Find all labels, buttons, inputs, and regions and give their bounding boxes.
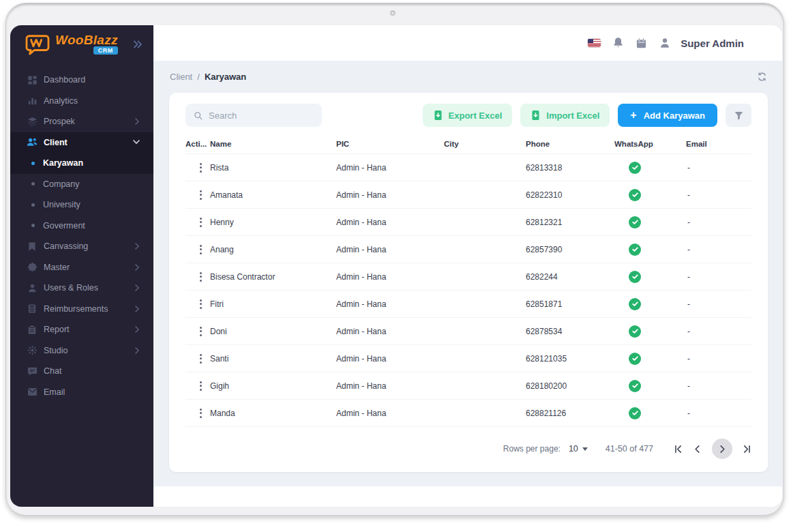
row-actions-cell <box>185 351 210 366</box>
row-phone: 6282244 <box>526 272 614 282</box>
first-page-icon[interactable] <box>674 445 683 454</box>
column-header-acti: Acti... <box>185 140 210 148</box>
row-phone: 62813318 <box>526 163 614 173</box>
row-email: - <box>686 190 751 200</box>
row-email: - <box>686 245 751 254</box>
chevron-right-icon <box>135 118 140 125</box>
sidebar-item-master[interactable]: Master <box>10 257 153 278</box>
whatsapp-check-icon <box>629 162 641 174</box>
row-email: - <box>686 327 751 336</box>
sidebar-item-studio[interactable]: Studio <box>10 340 153 361</box>
row-pic: Admin - Hana <box>336 163 444 173</box>
chevron-right-icon <box>135 243 140 250</box>
language-flag-icon[interactable] <box>588 39 601 47</box>
logo[interactable]: WooBlazz CRM <box>10 25 153 63</box>
table-body: RistaAdmin - Hana62813318-AmanataAdmin -… <box>185 154 751 427</box>
row-actions-cell <box>185 215 210 230</box>
row-menu-icon[interactable] <box>197 242 205 257</box>
user-avatar-icon[interactable] <box>659 37 671 49</box>
row-name: Amanata <box>210 190 336 200</box>
column-header-name: Name <box>210 140 336 148</box>
sidebar-item-canvassing[interactable]: Canvassing <box>10 236 153 257</box>
chevrons-right-icon[interactable] <box>133 40 143 48</box>
row-phone: 62857390 <box>526 245 614 254</box>
last-page-icon[interactable] <box>743 445 751 454</box>
bell-icon[interactable] <box>612 37 624 49</box>
table-row: GigihAdmin - Hana628180200- <box>185 372 751 400</box>
sidebar-item-report[interactable]: Report <box>10 319 153 340</box>
whatsapp-check-icon <box>629 298 641 310</box>
row-menu-icon[interactable] <box>197 379 205 394</box>
sidebar-subitem-karyawan[interactable]: Karyawan <box>10 153 153 174</box>
calculator-icon <box>27 304 38 314</box>
row-phone: 628121035 <box>526 354 614 364</box>
row-menu-icon[interactable] <box>197 269 205 284</box>
import-excel-button[interactable]: Import Excel <box>520 104 610 127</box>
row-name: Santi <box>210 354 336 364</box>
filter-button[interactable] <box>726 104 751 127</box>
row-menu-icon[interactable] <box>197 351 205 366</box>
plus-icon: + <box>630 109 636 121</box>
sidebar-subitem-company[interactable]: Company <box>10 174 153 195</box>
whatsapp-check-icon <box>629 380 641 392</box>
whatsapp-check-icon <box>629 243 641 256</box>
table-row: FitriAdmin - Hana62851871- <box>185 291 751 318</box>
row-menu-icon[interactable] <box>197 324 205 339</box>
sidebar-item-reimbursements[interactable]: Reimbursements <box>10 299 153 320</box>
row-name: Anang <box>210 245 336 254</box>
row-menu-icon[interactable] <box>197 160 205 175</box>
search-input[interactable] <box>209 110 314 121</box>
next-page-icon[interactable] <box>712 439 732 459</box>
sidebar-item-prospek[interactable]: Prospek <box>10 111 153 132</box>
sidebar-subitem-university[interactable]: University <box>10 194 153 216</box>
sidebar-item-label: Users & Roles <box>44 283 98 293</box>
row-phone: 62878534 <box>526 327 614 336</box>
row-whatsapp-cell <box>614 216 686 228</box>
rows-per-page-value: 10 <box>569 444 578 454</box>
sidebar-item-analytics[interactable]: Analytics <box>10 91 153 112</box>
row-whatsapp-cell <box>614 380 686 392</box>
sidebar-item-chat[interactable]: Chat <box>10 361 153 382</box>
export-excel-button[interactable]: Export Excel <box>423 104 513 127</box>
table-row: SantiAdmin - Hana628121035- <box>185 345 751 372</box>
sidebar-subitem-goverment[interactable]: Goverment <box>10 216 153 237</box>
search-input-wrap <box>185 104 322 127</box>
sidebar-item-label: Prospek <box>44 117 75 126</box>
user-name[interactable]: Super Admin <box>681 38 744 49</box>
row-menu-icon[interactable] <box>197 215 205 230</box>
refresh-icon[interactable] <box>757 72 767 82</box>
sidebar-item-email[interactable]: Email <box>10 382 153 403</box>
add-karyawan-button[interactable]: + Add Karyawan <box>618 104 717 127</box>
sidebar-item-label: Client <box>44 138 68 147</box>
app-screen: WooBlazz CRM DashboardAnalyticsProspekCl… <box>10 25 782 507</box>
row-actions-cell <box>185 242 210 257</box>
camera-dot <box>390 10 395 16</box>
prev-page-icon[interactable] <box>693 445 702 454</box>
sidebar-item-dashboard[interactable]: Dashboard <box>10 70 153 91</box>
sidebar-item-users-roles[interactable]: Users & Roles <box>10 278 153 299</box>
breadcrumb-separator: / <box>197 72 200 82</box>
chevron-right-icon <box>135 264 140 271</box>
calendar-icon[interactable] <box>636 38 647 49</box>
whatsapp-check-icon <box>629 407 641 419</box>
row-email: - <box>686 272 751 282</box>
column-header-pic: PIC <box>336 140 444 148</box>
table-row: DoniAdmin - Hana62878534- <box>185 318 751 345</box>
sidebar-item-label: Chat <box>44 366 61 376</box>
row-pic: Admin - Hana <box>336 245 444 254</box>
row-whatsapp-cell <box>614 271 686 283</box>
puzzle-icon <box>27 262 38 273</box>
row-email: - <box>686 354 751 364</box>
sidebar-item-label: Studio <box>44 346 68 355</box>
row-pic: Admin - Hana <box>336 190 444 200</box>
sidebar-item-client[interactable]: Client <box>10 132 153 153</box>
column-header-email: Email <box>686 140 751 148</box>
row-menu-icon[interactable] <box>197 406 205 421</box>
row-menu-icon[interactable] <box>197 297 205 312</box>
breadcrumb-parent[interactable]: Client <box>170 72 192 82</box>
chat-icon <box>27 366 38 376</box>
row-name: Manda <box>210 409 336 418</box>
bullet-icon <box>31 224 35 227</box>
row-menu-icon[interactable] <box>197 188 205 203</box>
rows-per-page-select[interactable]: 10 <box>569 444 588 454</box>
